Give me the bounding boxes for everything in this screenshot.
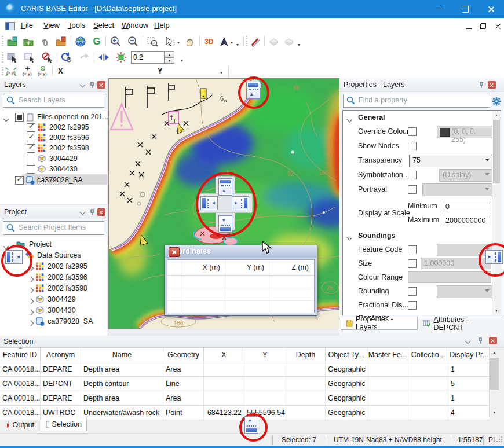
layer-label[interactable]: 2002 fs2995: [49, 123, 89, 131]
layers-search-input[interactable]: [17, 96, 103, 105]
table-row[interactable]: CA 00018...DEPAREDepth areaAreaGeographi…: [0, 391, 490, 406]
project-item-label[interactable]: 2002 fs3598: [48, 284, 87, 292]
layer-row-selected[interactable]: ✓ ca379028_SA: [0, 175, 107, 185]
project-search-box[interactable]: [3, 221, 104, 235]
toolbar-grip[interactable]: [2, 36, 3, 47]
toolbar-grip-3[interactable]: [2, 52, 3, 63]
scrollbar-thumb[interactable]: [493, 120, 500, 183]
feature-code-checkbox[interactable]: [408, 245, 417, 254]
layer-checkbox[interactable]: ✓: [27, 134, 35, 142]
coordinates-close-icon[interactable]: [169, 247, 180, 257]
layer-label[interactable]: 3004429: [49, 155, 78, 163]
select-tool-button[interactable]: [163, 35, 176, 48]
layer-row[interactable]: ✓ 2002 fs3598: [0, 143, 107, 153]
toolbar2-overflow[interactable]: ▾: [298, 42, 300, 47]
snap-tolerance-spinner[interactable]: ▴ ▾: [165, 51, 174, 64]
override-colour-checkbox[interactable]: [408, 127, 417, 136]
col-display-priority[interactable]: Display Pr...: [448, 348, 490, 362]
close-button[interactable]: [478, 0, 504, 18]
table-row[interactable]: CA 00018...DEPCNTDepth contourLineGeogra…: [0, 377, 490, 391]
menu-view[interactable]: View: [43, 21, 60, 30]
layers-search-box[interactable]: [3, 94, 104, 108]
google-earth-button[interactable]: G: [90, 35, 103, 48]
xy-add-button[interactable]: (x,y): [21, 65, 34, 78]
min-scale-input[interactable]: [443, 201, 491, 212]
maximize-button[interactable]: [452, 0, 478, 18]
project-search-input[interactable]: [17, 223, 103, 232]
fit-width-button[interactable]: [97, 51, 110, 64]
property-search-box[interactable]: [343, 94, 490, 108]
mdi-close-button[interactable]: [490, 18, 504, 34]
size-checkbox[interactable]: [408, 259, 417, 268]
col-object-type[interactable]: Object Ty...: [326, 348, 367, 362]
col-geometry[interactable]: Geometry: [163, 348, 204, 362]
zoom-out-button[interactable]: [126, 35, 139, 48]
layer-checkbox[interactable]: ✓: [15, 176, 24, 185]
mdi-minimize-button[interactable]: [461, 18, 476, 34]
menu-help[interactable]: Help: [154, 21, 170, 30]
layers-root-row[interactable]: Files opened on 201...: [0, 112, 107, 122]
selection-panel-header[interactable]: Selection: [0, 336, 504, 348]
flash-layer-button[interactable]: [115, 51, 127, 64]
menu-select[interactable]: Select: [93, 21, 114, 30]
section-general[interactable]: General: [343, 112, 492, 124]
expand-icon[interactable]: [29, 286, 33, 294]
autohide-right-panel-button[interactable]: ▸: [485, 250, 503, 264]
layer-label[interactable]: 3004430: [49, 165, 78, 173]
layer-row[interactable]: 3004429: [0, 153, 107, 164]
snap-tolerance-input[interactable]: [131, 51, 165, 64]
north-arrow-button[interactable]: [218, 35, 231, 48]
panel-menu-icon[interactable]: [78, 208, 86, 216]
pin-icon[interactable]: [476, 337, 484, 344]
tab-selection[interactable]: Selection: [41, 418, 87, 431]
toolbar3-overflow[interactable]: ▾: [181, 58, 183, 63]
col-master-feature[interactable]: Master Fe...: [367, 348, 408, 362]
mdi-restore-button[interactable]: [476, 18, 491, 34]
layer-checkbox[interactable]: ✓: [27, 144, 35, 153]
spinner-up-icon[interactable]: ▴: [165, 51, 174, 57]
dock-autohide-top-button[interactable]: ▴: [246, 82, 260, 99]
xy-select-button[interactable]: (x,y): [5, 65, 17, 78]
dock-guide-up-button[interactable]: ▴: [218, 178, 232, 196]
close-panel-icon[interactable]: [489, 337, 497, 344]
pin-icon[interactable]: [88, 81, 96, 89]
data-sources-label[interactable]: Data Sources: [37, 251, 81, 259]
globe-button[interactable]: [74, 35, 87, 48]
coordinate-system[interactable]: UTM-19N-Nad83 + NAVD88 height: [334, 436, 442, 444]
select-all-button[interactable]: [6, 51, 19, 64]
col-acronym[interactable]: Acronym: [41, 348, 81, 362]
coordinates-empty-row[interactable]: [167, 301, 314, 314]
pin-icon[interactable]: [88, 208, 96, 216]
layer-label[interactable]: 2002 fs3598: [49, 144, 89, 152]
dock-guide-down-button[interactable]: ▾: [218, 215, 232, 233]
layer-checkbox[interactable]: [27, 165, 35, 174]
menu-file[interactable]: File: [21, 21, 33, 30]
link-button[interactable]: [38, 35, 51, 48]
transparency-dropdown[interactable]: 75: [409, 155, 492, 167]
expand-icon[interactable]: [29, 275, 33, 283]
xy-goto-button[interactable]: (x,y): [36, 65, 49, 78]
zoom-area-button[interactable]: [146, 35, 159, 48]
coordinates-empty-row[interactable]: [167, 288, 314, 301]
project-item-row[interactable]: 3004430: [0, 305, 107, 315]
spinner-down-icon[interactable]: ▾: [165, 57, 174, 64]
panel-menu-icon[interactable]: [78, 81, 86, 89]
selection-scrollbar[interactable]: ▴ ▾: [489, 348, 499, 417]
map-scale[interactable]: 1:55187: [458, 436, 483, 444]
expand-collapse-icon[interactable]: [4, 115, 8, 123]
pan-button[interactable]: [183, 35, 196, 48]
layer-row[interactable]: 3004430: [0, 164, 107, 174]
layers-root-checkbox[interactable]: [15, 113, 24, 122]
layers-panel-header[interactable]: Layers: [0, 78, 107, 92]
minimize-button[interactable]: [426, 0, 452, 18]
view-3d-button[interactable]: 3D: [203, 35, 216, 48]
layer-row[interactable]: ✓ 2002 fs2995: [0, 122, 107, 133]
zoom-in-button[interactable]: [109, 35, 122, 48]
expand-icon[interactable]: [29, 319, 33, 327]
fractional-checkbox[interactable]: [408, 301, 417, 310]
open-folder-button[interactable]: [22, 35, 35, 48]
section-soundings[interactable]: Soundings: [343, 230, 492, 243]
coordinates-title-bar[interactable]: Coordinates: [165, 245, 317, 258]
panel-menu-icon[interactable]: [463, 337, 472, 345]
properties-scrollbar[interactable]: ▴ ▾: [492, 111, 501, 315]
